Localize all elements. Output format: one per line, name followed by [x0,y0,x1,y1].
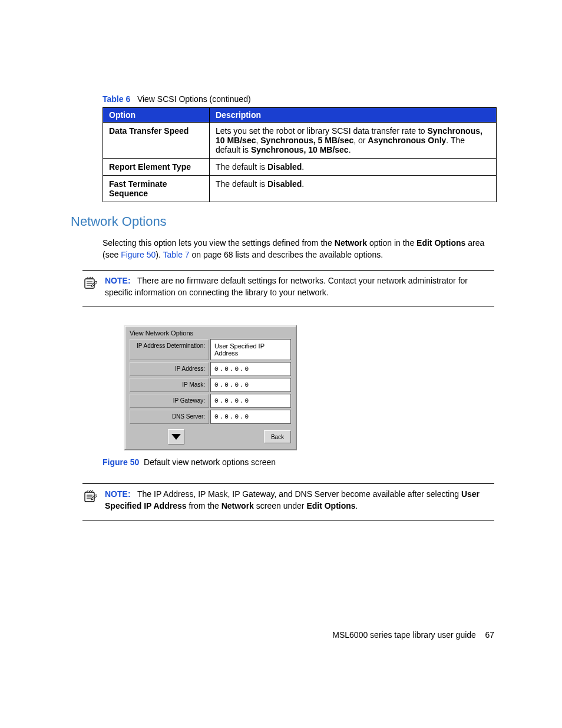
note-text: NOTE: The IP Address, IP Mask, IP Gatewa… [105,489,494,512]
opt-cell: Data Transfer Speed [103,123,210,159]
figure-label: Figure 50 [103,457,139,467]
lcd-label: IP Address: [130,362,209,376]
col-description: Description [210,108,497,123]
note-label: NOTE: [105,489,131,499]
note-block-1: NOTE: There are no firmware default sett… [82,270,494,307]
table-caption: Table 6 View SCSI Options (continued) [103,94,494,104]
lcd-value: User Specified IP Address [210,339,291,360]
lcd-label: IP Address Determination: [130,339,209,360]
scsi-options-table: Option Description Data Transfer Speed L… [103,107,497,202]
table-row: Report Element Type The default is Disab… [103,159,497,176]
xref-table-7[interactable]: Table 7 [163,250,189,259]
scroll-down-button[interactable] [168,429,184,444]
table-label: Table 6 [103,94,130,104]
section-heading: Network Options [71,214,494,229]
table-row: Data Transfer Speed Lets you set the rob… [103,123,497,159]
note-block-2: NOTE: The IP Address, IP Mask, IP Gatewa… [82,483,494,521]
col-option: Option [103,108,210,123]
lcd-label: IP Gateway: [130,394,209,408]
desc-cell: Lets you set the robot or library SCSI d… [210,123,497,159]
desc-cell: The default is Disabled. [210,176,497,202]
lcd-value: 0.0.0.0 [210,362,291,376]
back-button[interactable]: Back [264,430,291,443]
table-title: View SCSI Options (continued) [137,94,251,104]
lcd-value: 0.0.0.0 [210,378,291,392]
table-row: Fast Terminate Sequence The default is D… [103,176,497,202]
note-text: NOTE: There are no firmware default sett… [105,275,494,298]
page-number: 67 [485,630,494,640]
lcd-label: DNS Server: [130,410,209,424]
note-icon [82,489,99,512]
opt-cell: Fast Terminate Sequence [103,176,210,202]
page-footer: MSL6000 series tape library user guide 6… [332,630,494,640]
desc-cell: The default is Disabled. [210,159,497,176]
intro-paragraph: Selecting this option lets you view the … [103,238,494,261]
lcd-value: 0.0.0.0 [210,410,291,424]
lcd-label: IP Mask: [130,378,209,392]
opt-cell: Report Element Type [103,159,210,176]
lcd-screenshot: View Network Options IP Address Determin… [124,325,494,450]
lcd-value: 0.0.0.0 [210,394,291,408]
note-label: NOTE: [105,276,131,285]
lcd-title: View Network Options [125,326,296,339]
footer-title: MSL6000 series tape library user guide [332,630,476,640]
note-icon [82,275,99,298]
figure-caption: Figure 50 Default view network options s… [103,457,494,467]
xref-figure-50[interactable]: Figure 50 [121,250,156,259]
